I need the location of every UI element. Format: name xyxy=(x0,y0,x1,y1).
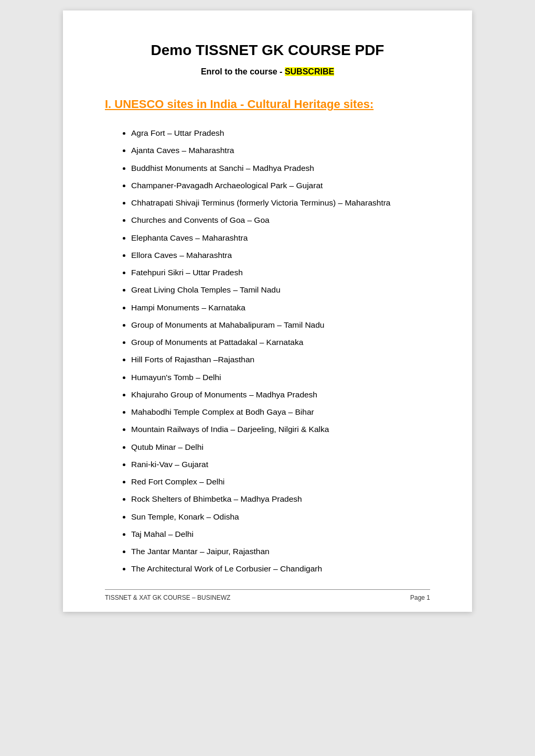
list-item: The Architectural Work of Le Corbusier –… xyxy=(131,563,430,575)
list-item: Hampi Monuments – Karnataka xyxy=(131,301,430,314)
list-item: The Jantar Mantar – Jaipur, Rajasthan xyxy=(131,545,430,557)
list-item: Fatehpuri Sikri – Uttar Pradesh xyxy=(131,266,430,278)
footer-left: TISSNET & XAT GK COURSE – BUSINEWZ xyxy=(105,594,230,601)
page-container: Demo TISSNET GK COURSE PDF Enrol to the … xyxy=(63,10,472,612)
section-title: I. UNESCO sites in India - Cultural Heri… xyxy=(105,98,430,111)
list-item: Ellora Caves – Maharashtra xyxy=(131,249,430,261)
list-item: Group of Monuments at Pattadakal – Karna… xyxy=(131,336,430,348)
list-item: Agra Fort – Uttar Pradesh xyxy=(131,127,430,139)
list-item: Mountain Railways of India – Darjeeling,… xyxy=(131,423,430,435)
list-item: Humayun's Tomb – Delhi xyxy=(131,371,430,383)
subtitle: Enrol to the course - SUBSCRIBE xyxy=(105,67,430,77)
list-item: Rani-ki-Vav – Gujarat xyxy=(131,458,430,470)
list-item: Buddhist Monuments at Sanchi – Madhya Pr… xyxy=(131,162,430,174)
list-item: Taj Mahal – Delhi xyxy=(131,528,430,540)
footer-right: Page 1 xyxy=(410,594,430,601)
list-item: Khajuraho Group of Monuments – Madhya Pr… xyxy=(131,388,430,401)
list-item: Qutub Minar – Delhi xyxy=(131,441,430,453)
list-item: Chhatrapati Shivaji Terminus (formerly V… xyxy=(131,197,430,209)
list-item: Group of Monuments at Mahabalipuram – Ta… xyxy=(131,319,430,331)
list-item: Great Living Chola Temples – Tamil Nadu xyxy=(131,284,430,296)
heritage-list: Agra Fort – Uttar PradeshAjanta Caves – … xyxy=(115,127,430,575)
list-item: Red Fort Complex – Delhi xyxy=(131,476,430,488)
list-item: Churches and Convents of Goa – Goa xyxy=(131,214,430,226)
footer: TISSNET & XAT GK COURSE – BUSINEWZ Page … xyxy=(105,589,430,601)
list-item: Hill Forts of Rajasthan –Rajasthan xyxy=(131,353,430,365)
subtitle-text: Enrol to the course - xyxy=(201,67,285,76)
list-item: Champaner-Pavagadh Archaeological Park –… xyxy=(131,179,430,191)
heritage-list-container: Agra Fort – Uttar PradeshAjanta Caves – … xyxy=(115,127,430,575)
list-item: Ajanta Caves – Maharashtra xyxy=(131,144,430,156)
list-item: Elephanta Caves – Maharashtra xyxy=(131,232,430,244)
list-item: Sun Temple, Konark – Odisha xyxy=(131,511,430,523)
subscribe-label[interactable]: SUBSCRIBE xyxy=(285,67,334,76)
page-title: Demo TISSNET GK COURSE PDF xyxy=(105,42,430,59)
list-item: Rock Shelters of Bhimbetka – Madhya Prad… xyxy=(131,493,430,505)
list-item: Mahabodhi Temple Complex at Bodh Gaya – … xyxy=(131,406,430,418)
